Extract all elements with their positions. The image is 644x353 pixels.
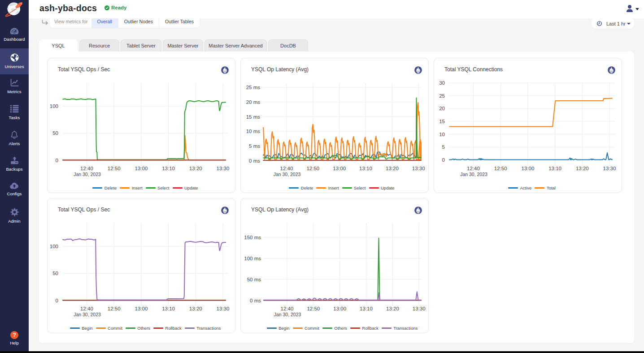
svg-text:50: 50 — [52, 130, 58, 136]
svg-text:13:00: 13:00 — [333, 306, 346, 311]
svg-text:20: 20 — [439, 106, 445, 111]
svg-text:Jan 30, 2023: Jan 30, 2023 — [460, 172, 487, 177]
svg-text:13:20: 13:20 — [189, 306, 202, 311]
svg-text:12:40: 12:40 — [281, 306, 294, 311]
svg-text:15: 15 — [439, 119, 445, 124]
svg-text:13:00: 13:00 — [135, 306, 148, 311]
svg-text:13:30: 13:30 — [217, 306, 230, 311]
svg-text:13:10: 13:10 — [162, 166, 175, 171]
svg-text:12:40: 12:40 — [80, 306, 93, 311]
svg-text:Jan 30, 2023: Jan 30, 2023 — [274, 312, 301, 317]
svg-text:0: 0 — [56, 298, 58, 303]
svg-text:13:00: 13:00 — [333, 166, 346, 171]
svg-text:13:10: 13:10 — [359, 166, 372, 171]
svg-text:13:10: 13:10 — [360, 306, 373, 311]
svg-text:15 ms: 15 ms — [246, 114, 261, 120]
svg-text:30: 30 — [439, 80, 445, 86]
svg-text:100 ms: 100 ms — [244, 256, 261, 261]
svg-text:13:00: 13:00 — [522, 166, 535, 171]
svg-text:12:50: 12:50 — [108, 306, 121, 311]
svg-text:100: 100 — [50, 244, 58, 249]
svg-text:0 ms: 0 ms — [250, 298, 261, 303]
svg-text:13:20: 13:20 — [386, 306, 399, 311]
svg-text:10: 10 — [439, 132, 445, 137]
svg-text:13:10: 13:10 — [548, 166, 561, 171]
svg-text:12:50: 12:50 — [494, 166, 507, 171]
svg-text:50: 50 — [52, 271, 58, 276]
svg-text:5 ms: 5 ms — [249, 143, 260, 149]
svg-text:13:30: 13:30 — [217, 166, 230, 171]
svg-text:13:20: 13:20 — [189, 166, 202, 171]
svg-text:5: 5 — [442, 144, 445, 150]
svg-text:12:50: 12:50 — [307, 306, 320, 311]
svg-text:25 ms: 25 ms — [246, 85, 261, 90]
svg-text:13:30: 13:30 — [603, 166, 616, 171]
svg-text:Jan 30, 2023: Jan 30, 2023 — [274, 172, 301, 177]
svg-text:25: 25 — [439, 93, 445, 99]
svg-text:13:30: 13:30 — [413, 306, 426, 311]
svg-text:0 ms: 0 ms — [249, 158, 260, 164]
svg-text:0: 0 — [442, 157, 445, 163]
svg-text:100: 100 — [50, 103, 58, 109]
svg-text:12:40: 12:40 — [80, 166, 93, 171]
svg-text:Jan 30, 2023: Jan 30, 2023 — [74, 312, 101, 317]
svg-text:12:50: 12:50 — [108, 166, 121, 171]
svg-text:13:20: 13:20 — [386, 166, 399, 171]
svg-text:13:30: 13:30 — [412, 166, 425, 171]
svg-text:13:00: 13:00 — [135, 166, 148, 171]
svg-text:20 ms: 20 ms — [246, 99, 261, 105]
svg-text:12:40: 12:40 — [280, 166, 293, 171]
svg-text:10 ms: 10 ms — [246, 129, 261, 134]
svg-text:Jan 30, 2023: Jan 30, 2023 — [74, 172, 101, 177]
svg-text:13:10: 13:10 — [162, 306, 175, 311]
svg-text:150 ms: 150 ms — [244, 235, 261, 240]
svg-text:12:40: 12:40 — [467, 166, 480, 171]
svg-text:12:50: 12:50 — [306, 166, 319, 171]
svg-text:50 ms: 50 ms — [247, 277, 261, 282]
svg-text:13:20: 13:20 — [576, 166, 589, 171]
svg-text:0: 0 — [56, 158, 58, 163]
